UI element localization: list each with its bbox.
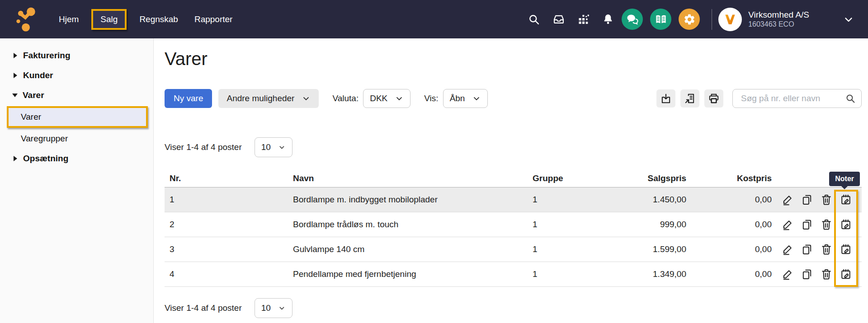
sidebar-item-varegrupper[interactable]: Varegrupper [0, 129, 153, 149]
table-row: 2 Bordlampe trådløs m. touch 1 999,00 0,… [165, 212, 862, 237]
cell-nr: 1 [165, 195, 293, 205]
search-icon[interactable] [528, 13, 540, 26]
cell-nr: 3 [165, 244, 293, 254]
printer-icon [708, 93, 720, 104]
top-navbar: Hjem Salg Regnskab Rapporter [0, 0, 868, 38]
caret-right-icon [14, 156, 17, 161]
edit-pencil-icon [781, 243, 794, 256]
cell-salgspris: 1.599,00 [637, 244, 686, 254]
cell-kostpris: 0,00 [686, 269, 772, 279]
search-input[interactable] [740, 93, 845, 104]
print-button[interactable] [704, 89, 723, 108]
company-avatar[interactable] [718, 8, 742, 31]
inbox-icon[interactable] [552, 13, 566, 26]
trash-icon [820, 243, 833, 256]
pager-text: Viser 1-4 af 4 poster [165, 142, 242, 152]
sidebar-item-opsaetning[interactable]: Opsætning [0, 149, 153, 169]
notes-button[interactable] [840, 193, 852, 206]
toolbar-right [651, 89, 862, 108]
delete-button[interactable] [820, 193, 833, 206]
help-book-icon[interactable] [650, 9, 671, 30]
nav-item-rapporter[interactable]: Rapporter [186, 10, 241, 29]
edit-button[interactable] [781, 218, 794, 231]
page-size-value: 10 [261, 142, 271, 152]
edit-button[interactable] [781, 193, 794, 206]
new-item-button[interactable]: Ny vare [165, 89, 212, 108]
notes-button[interactable] [840, 243, 852, 256]
navbar-right: Virksomhed A/S 1603463 ECO [516, 8, 854, 31]
page-title: Varer [165, 48, 862, 69]
page-size-select[interactable]: 10 [255, 137, 292, 157]
copy-button[interactable] [801, 218, 813, 231]
bell-icon[interactable] [602, 13, 614, 26]
more-options-button[interactable]: Andre muligheder [218, 89, 319, 108]
cell-kostpris: 0,00 [686, 244, 772, 254]
notes-tooltip: Noter [829, 172, 860, 186]
cell-navn: Pendellampe med fjernbetjening [293, 269, 533, 279]
settings-gear-icon[interactable] [679, 9, 700, 30]
sidebar-item-label: Varer [21, 112, 41, 122]
delete-button[interactable] [820, 243, 833, 256]
view-label: Vis: [424, 94, 438, 103]
row-actions [772, 268, 862, 281]
notes-button[interactable] [840, 268, 852, 281]
notes-icon [840, 268, 852, 281]
delete-button[interactable] [820, 218, 833, 231]
edit-button[interactable] [781, 268, 794, 281]
nav-item-hjem[interactable]: Hjem [51, 10, 87, 29]
page-size-select[interactable]: 10 [255, 298, 292, 318]
copy-button[interactable] [801, 193, 813, 206]
column-header-gruppe: Gruppe [533, 173, 637, 183]
table-header-row: Nr. Navn Gruppe Salgspris Kostpris [165, 169, 862, 187]
notes-icon [840, 193, 852, 206]
copy-button[interactable] [801, 243, 813, 256]
chevron-down-icon [302, 94, 311, 103]
column-header-kostpris: Kostpris [686, 173, 772, 183]
edit-pencil-icon [781, 218, 794, 231]
annotation-box-varer: Varer [7, 106, 148, 128]
edit-button[interactable] [781, 243, 794, 256]
export-button[interactable] [680, 89, 699, 108]
search-icon[interactable] [845, 93, 856, 104]
copy-icon [801, 243, 813, 256]
sidebar-item-varer-group[interactable]: Varer [0, 85, 153, 105]
row-actions [772, 218, 862, 231]
sidebar-item-fakturering[interactable]: Fakturering [0, 46, 153, 66]
delete-button[interactable] [820, 268, 833, 281]
chat-icon[interactable] [622, 9, 643, 30]
notes-icon [840, 218, 852, 231]
currency-select[interactable]: DKK [363, 89, 410, 108]
notes-icon [840, 243, 852, 256]
cell-gruppe: 1 [533, 195, 637, 205]
chevron-down-icon [395, 94, 404, 103]
cell-navn: Bordlampe trådløs m. touch [293, 220, 533, 229]
column-header-navn: Navn [293, 173, 533, 183]
sidebar-item-kunder[interactable]: Kunder [0, 66, 153, 85]
row-actions [772, 193, 862, 206]
view-value: Åbn [450, 94, 465, 103]
nav-item-regnskab[interactable]: Regnskab [131, 10, 186, 29]
navbar-divider [712, 9, 712, 30]
more-options-label: Andre muligheder [226, 94, 294, 103]
cell-salgspris: 999,00 [637, 220, 686, 229]
copy-icon [801, 268, 813, 281]
copy-button[interactable] [801, 268, 813, 281]
view-select[interactable]: Åbn [443, 89, 488, 108]
main-content: Varer Ny vare Andre muligheder Valuta: D… [154, 38, 868, 323]
currency-label: Valuta: [332, 94, 359, 103]
chevron-down-icon[interactable] [843, 14, 854, 25]
notes-button[interactable] [840, 218, 852, 231]
apps-grid-icon[interactable] [577, 13, 590, 26]
pager-top: Viser 1-4 af 4 poster 10 [165, 137, 862, 157]
copy-icon [801, 193, 813, 206]
chevron-down-icon [472, 94, 481, 103]
row-actions [772, 243, 862, 256]
nav-item-salg[interactable]: Salg [91, 9, 127, 30]
download-button[interactable] [656, 89, 675, 108]
company-switcher[interactable]: Virksomhed A/S 1603463 ECO [748, 9, 809, 29]
trash-icon [820, 218, 833, 231]
e-conomic-logo-icon[interactable] [13, 6, 37, 33]
cell-navn: Bordlampe m. indbygget mobiloplader [293, 195, 533, 205]
column-header-salgspris: Salgspris [637, 173, 686, 183]
sidebar-item-varer[interactable]: Varer [9, 108, 146, 126]
